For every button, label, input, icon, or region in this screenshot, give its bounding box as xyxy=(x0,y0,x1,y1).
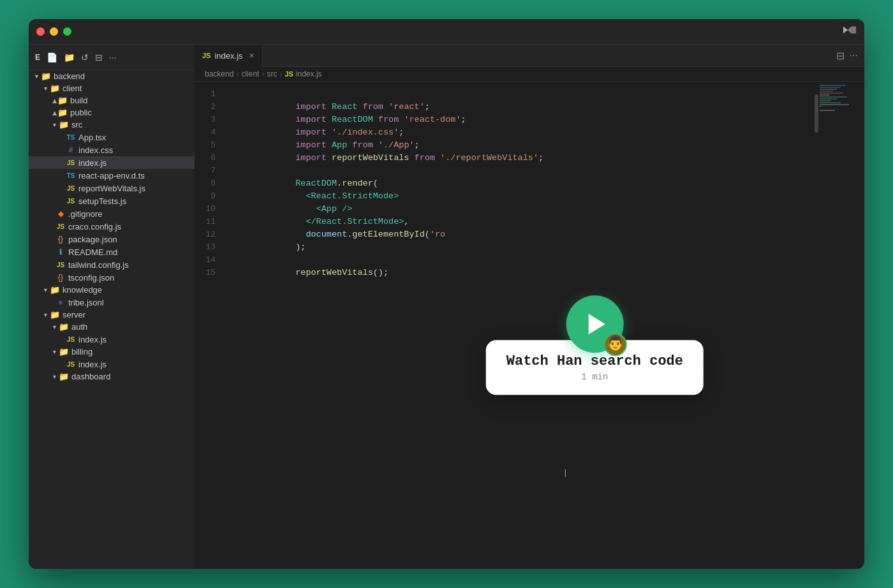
minimize-button[interactable] xyxy=(50,27,58,36)
folder-label: src xyxy=(71,120,82,129)
watch-title: Watch Han search code xyxy=(506,355,683,368)
file-label: craco.config.js xyxy=(68,222,121,232)
maximize-button[interactable] xyxy=(63,27,71,36)
file-label: README.md xyxy=(68,247,117,257)
file-package-json[interactable]: {} package.json xyxy=(29,233,195,246)
code-editor: 1 2 3 4 5 6 7 8 9 10 11 12 13 14 15 xyxy=(195,82,864,569)
new-folder-icon[interactable]: 📁 xyxy=(64,52,75,62)
tab-index-js[interactable]: JS index.js × xyxy=(195,45,263,67)
js-icon: JS xyxy=(66,334,76,344)
ts-icon: TS xyxy=(66,170,76,180)
scrollbar-area xyxy=(811,82,864,569)
file-readme[interactable]: ℹ README.md xyxy=(29,246,195,258)
md-icon: ℹ xyxy=(55,247,66,257)
file-label: index.js xyxy=(78,360,107,369)
app-logo xyxy=(843,23,857,40)
file-react-app-env[interactable]: TS react-app-env.d.ts xyxy=(29,169,195,182)
more-actions-icon[interactable]: ··· xyxy=(850,50,858,61)
file-auth-index[interactable]: JS index.js xyxy=(29,333,195,346)
js-icon: JS xyxy=(66,359,76,369)
chevron-icon: ▼ xyxy=(52,324,57,330)
js-icon: JS xyxy=(66,183,76,193)
ts-icon: TS xyxy=(66,132,76,142)
file-gitignore[interactable]: ◆ .gitignore xyxy=(29,207,195,220)
file-index-css[interactable]: # index.css xyxy=(29,143,195,156)
chevron-icon: ▼ xyxy=(43,85,48,92)
folder-label: knowledge xyxy=(63,285,102,295)
close-button[interactable] xyxy=(36,27,45,36)
scrollbar-thumb[interactable] xyxy=(815,94,818,133)
refresh-icon[interactable]: ↺ xyxy=(81,52,89,62)
chevron-icon: ▼ xyxy=(52,349,57,355)
folder-knowledge[interactable]: ▼ 📁 knowledge xyxy=(29,284,195,296)
file-setup-tests[interactable]: JS setupTests.js xyxy=(29,195,195,207)
file-label: App.tsx xyxy=(78,133,106,142)
explorer-icon[interactable]: E xyxy=(35,53,40,62)
js-icon: JS xyxy=(66,158,76,168)
breadcrumb-src[interactable]: src xyxy=(267,70,277,78)
file-tribe[interactable]: ≡ tribe.jsonl xyxy=(29,296,195,309)
tribe-icon: ≡ xyxy=(55,297,66,307)
folder-label: backend xyxy=(54,71,85,81)
play-triangle-icon xyxy=(588,314,605,334)
file-index-js[interactable]: JS index.js xyxy=(29,156,195,169)
file-billing-index[interactable]: JS index.js xyxy=(29,358,195,371)
split-editor-icon[interactable]: ⊟ xyxy=(836,50,845,62)
watch-duration: 1 min xyxy=(506,371,683,383)
folder-dashboard[interactable]: ▼ 📁 dashboard xyxy=(29,371,195,383)
folder-backend[interactable]: ▼ 📁 backend xyxy=(29,70,195,82)
json-icon: {} xyxy=(55,272,66,283)
scrollbar[interactable] xyxy=(811,82,820,569)
file-report-web-vitals[interactable]: JS reportWebVitals.js xyxy=(29,182,195,195)
chevron-icon: ▼ xyxy=(52,122,57,128)
watch-overlay: 👨 Watch Han search code 1 min xyxy=(486,295,704,395)
editor-tabs: JS index.js × ⊟ ··· xyxy=(195,45,864,67)
file-label: tailwind.config.js xyxy=(68,260,129,270)
folder-label: dashboard xyxy=(71,372,110,381)
folder-public[interactable]: ▶ 📁 public xyxy=(29,107,195,119)
play-button[interactable]: 👨 xyxy=(566,295,623,353)
tab-close-button[interactable]: × xyxy=(249,50,255,61)
file-label: package.json xyxy=(68,235,117,244)
sidebar: E 📄 📁 ↺ ⊟ ··· ▼ 📁 backend ▼ 📁 xyxy=(29,45,195,569)
folder-server[interactable]: ▼ 📁 server xyxy=(29,309,195,321)
file-label: tribe.jsonl xyxy=(68,298,104,307)
folder-client[interactable]: ▼ 📁 client xyxy=(29,82,195,94)
code-line-14: reportWebVitals(); xyxy=(233,254,811,267)
file-label: index.js xyxy=(78,158,107,168)
new-file-icon[interactable]: 📄 xyxy=(47,52,57,62)
folder-src[interactable]: ▼ 📁 src xyxy=(29,119,195,131)
file-label: reportWebVitals.js xyxy=(78,184,145,193)
breadcrumb-sep: › xyxy=(279,70,282,78)
more-icon[interactable]: ··· xyxy=(109,52,117,62)
file-tsconfig[interactable]: {} tsconfig.json xyxy=(29,271,195,284)
folder-label: public xyxy=(70,108,92,117)
chevron-icon: ▶ xyxy=(51,110,57,115)
code-line-7: ReactDOM.render( xyxy=(233,165,811,177)
title-bar xyxy=(29,19,864,45)
file-craco[interactable]: JS craco.config.js xyxy=(29,220,195,233)
breadcrumb-file[interactable]: index.js xyxy=(296,70,322,78)
folder-billing[interactable]: ▼ 📁 billing xyxy=(29,346,195,358)
file-tree: ▼ 📁 backend ▼ 📁 client ▶ 📁 build xyxy=(29,70,195,383)
file-tailwind[interactable]: JS tailwind.config.js xyxy=(29,258,195,271)
file-label: tsconfig.json xyxy=(68,273,114,283)
breadcrumb: backend › client › src › JS index.js xyxy=(195,67,864,82)
folder-label: build xyxy=(70,96,87,105)
breadcrumb-client[interactable]: client xyxy=(241,70,259,78)
breadcrumb-backend[interactable]: backend xyxy=(205,70,233,78)
folder-label: client xyxy=(63,84,82,93)
chevron-icon: ▶ xyxy=(51,98,57,103)
js-icon: JS xyxy=(55,260,66,270)
main-layout: E 📄 📁 ↺ ⊟ ··· ▼ 📁 backend ▼ 📁 xyxy=(29,45,864,569)
collapse-icon[interactable]: ⊟ xyxy=(95,52,103,62)
code-line-1: import React from 'react'; xyxy=(233,88,811,101)
line-numbers: 1 2 3 4 5 6 7 8 9 10 11 12 13 14 15 xyxy=(195,82,223,569)
folder-auth[interactable]: ▼ 📁 auth xyxy=(29,321,195,333)
file-app-tsx[interactable]: TS App.tsx xyxy=(29,131,195,143)
folder-build[interactable]: ▶ 📁 build xyxy=(29,94,195,107)
avatar: 👨 xyxy=(603,333,626,356)
tab-label: index.js xyxy=(214,51,242,61)
file-label: react-app-env.d.ts xyxy=(78,171,145,180)
file-label: .gitignore xyxy=(68,209,102,219)
